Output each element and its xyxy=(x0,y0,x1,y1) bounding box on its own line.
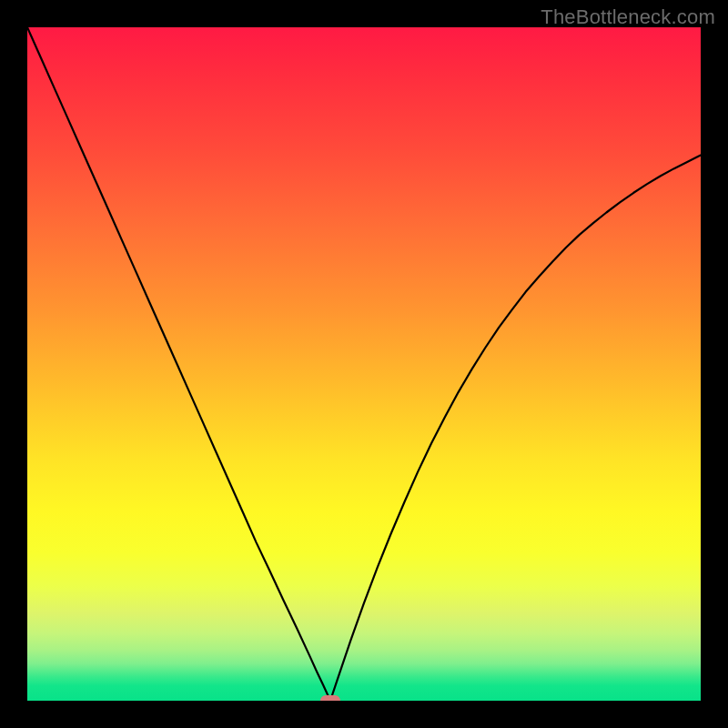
chart-frame: TheBottleneck.com xyxy=(0,0,728,728)
minimum-marker xyxy=(320,695,340,701)
plot-area xyxy=(27,27,701,701)
bottleneck-curve xyxy=(27,27,701,701)
watermark-text: TheBottleneck.com xyxy=(541,5,715,29)
